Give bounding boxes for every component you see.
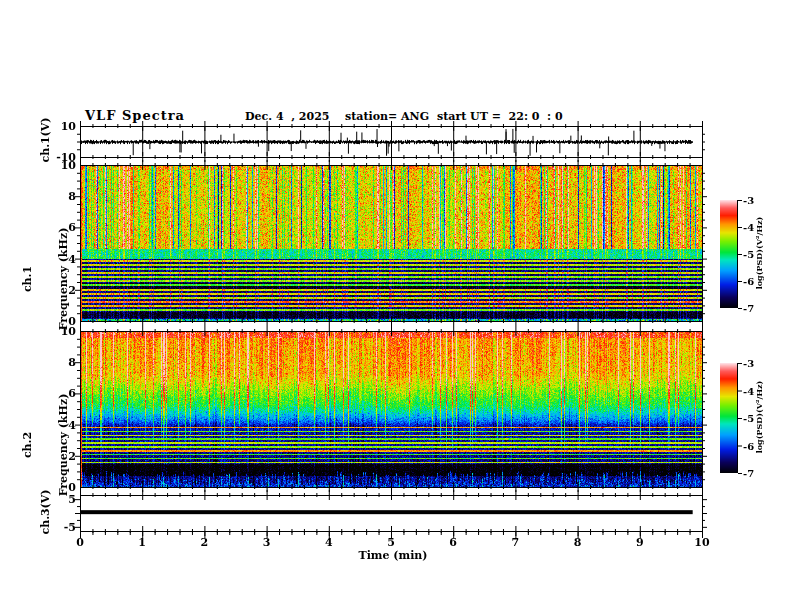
axes-overlay-canvas [0,0,792,612]
x-tick-label: 1 [130,536,154,549]
vlf-spectra-figure: VLF Spectra Dec. 4 , 2025 station= ANG s… [0,0,792,612]
x-tick-label: 8 [566,536,590,549]
ch1-spec-ytick: 10 [30,159,76,172]
x-tick-label: 4 [317,536,341,549]
ch2-spec-ytick: 4 [30,419,76,432]
ch1-spec-ytick: 8 [30,190,76,203]
ch1-spec-ytick: 4 [30,253,76,266]
x-tick-label: 0 [68,536,92,549]
x-tick-label: 10 [690,536,714,549]
colorbar2-units-label: log(PSD)(V²/Hz) [754,362,764,472]
colorbar1-tick-label: -7 [743,303,754,314]
ch2-spec-ytick: 2 [30,450,76,463]
x-tick-label: 9 [628,536,652,549]
colorbar2-tick-label: -5 [743,413,754,424]
colorbar2-tick-label: -6 [743,441,754,452]
ch2-spec-ytick: 10 [30,325,76,338]
colorbar1-tick-label: -3 [743,195,754,206]
colorbar1-tick-label: -5 [743,249,754,260]
ch3-wave-ytick: -5 [30,521,76,534]
colorbar1-tick-label: -6 [743,276,754,287]
ch2-spec-ytick: 6 [30,387,76,400]
x-tick-label: 5 [379,536,403,549]
colorbar2-tick-label: -3 [743,358,754,369]
x-tick-label: 6 [441,536,465,549]
ch1-spec-ytick: 2 [30,284,76,297]
ch1-wave-ytick: 10 [30,120,76,133]
ch2-spec-ytick: 8 [30,356,76,369]
colorbar2-tick-label: -4 [743,386,754,397]
ch3-wave-ytick: 5 [30,493,76,506]
x-tick-label: 2 [192,536,216,549]
x-tick-label: 7 [503,536,527,549]
colorbar2-tick-label: -7 [743,468,754,479]
colorbar1-tick-label: -4 [743,222,754,233]
ch1-spec-ytick: 6 [30,221,76,234]
ch2-spec-ytick: 0 [30,481,76,494]
x-tick-label: 3 [255,536,279,549]
time-axis-label: Time (min) [345,549,441,562]
colorbar1-units-label: log(PSD)(V²/Hz) [754,198,764,308]
